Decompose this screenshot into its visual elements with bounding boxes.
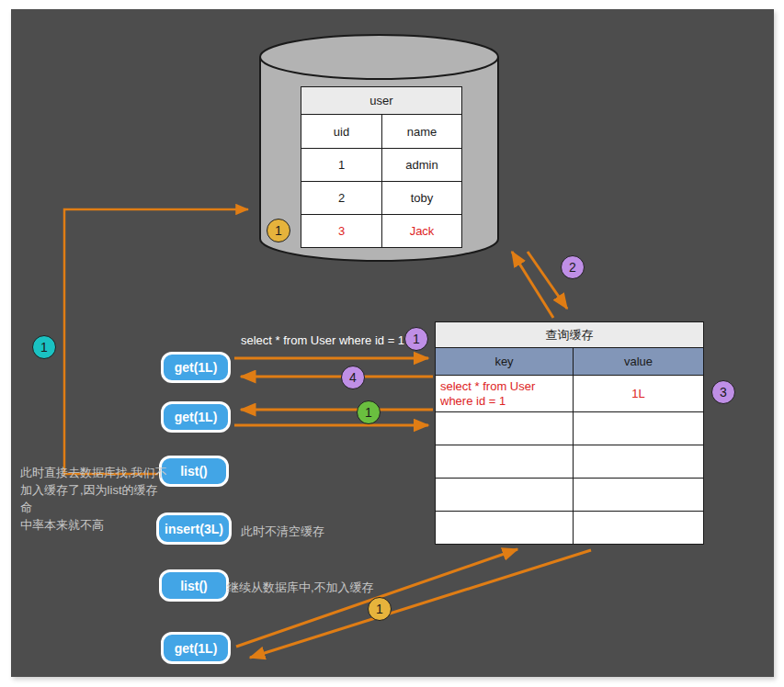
cache-cell-value: 1L [573, 376, 703, 411]
cache-table-title: 查询缓存 [436, 322, 703, 348]
db-table-title: user [301, 87, 461, 115]
db-cell-uid: 3 [301, 215, 381, 247]
cache-row-empty [436, 478, 703, 511]
step-badge-sync: 2 [561, 255, 585, 279]
cache-col-value: value [573, 348, 703, 375]
table-row: 1 admin [301, 148, 461, 181]
table-row: 2 toby [301, 181, 461, 214]
db-cell-name: admin [381, 149, 461, 181]
list-button-2[interactable]: list() [159, 569, 229, 602]
table-row-inserted: 3 Jack [301, 214, 461, 247]
cache-col-key: key [436, 348, 573, 375]
cache-cell-key: select * from User where id = 1 [436, 376, 573, 411]
get-button-3[interactable]: get(1L) [161, 632, 231, 664]
step-badge-bottom-get: 1 [368, 597, 392, 621]
db-cell-name: toby [381, 182, 461, 214]
note-insert-keep-cache: 此时不清空缓存 [241, 523, 324, 540]
query-cache-table: 查询缓存 key value select * from User where … [435, 321, 704, 545]
step-badge-cache-return: 4 [341, 366, 365, 389]
cache-row-empty [436, 445, 703, 478]
cache-cell-key [436, 512, 573, 544]
db-table-header-row: uid name [301, 115, 461, 148]
db-user-table: user uid name 1 admin 2 toby 3 Jack [301, 86, 462, 248]
cache-cell-key [436, 479, 573, 511]
note-list2-no-cache: 继续从数据库中,不加入缓存 [227, 579, 374, 596]
cache-cell-value [573, 412, 703, 445]
step-badge-db-insert: 1 [267, 219, 290, 242]
diagram-page: user uid name 1 admin 2 toby 3 Jack 查询缓存… [0, 0, 784, 687]
cache-cell-value [573, 445, 703, 478]
sql-query-label: select * from User where id = 1 [241, 333, 404, 347]
get-button-1[interactable]: get(1L) [161, 352, 231, 383]
cache-cell-key [436, 412, 573, 445]
cache-cell-value [573, 512, 703, 544]
step-badge-cache-store: 3 [711, 380, 735, 404]
cache-cell-key [436, 445, 573, 478]
db-cell-name: Jack [381, 215, 461, 247]
note-list-no-cache: 此时直接去数据库找,我们不 加入缓存了,因为list的缓存命 中率本来就不高 [20, 464, 167, 534]
insert-button[interactable]: insert(3L) [156, 512, 232, 545]
cache-cell-value [573, 479, 703, 511]
db-cell-uid: 1 [301, 149, 381, 181]
db-col-name: name [381, 115, 461, 148]
get-button-2[interactable]: get(1L) [161, 401, 231, 433]
list-button-1[interactable]: list() [159, 456, 229, 487]
cache-row-empty [436, 511, 703, 544]
cache-row-filled: select * from User where id = 1 1L [436, 376, 703, 411]
step-badge-direct-db: 1 [32, 335, 56, 359]
db-cell-uid: 2 [301, 182, 381, 214]
cache-row-empty [436, 411, 703, 445]
db-col-uid: uid [301, 115, 381, 148]
step-badge-query: 1 [404, 327, 428, 351]
cache-table-header-row: key value [436, 348, 703, 376]
step-badge-cache-hit: 1 [357, 400, 381, 424]
